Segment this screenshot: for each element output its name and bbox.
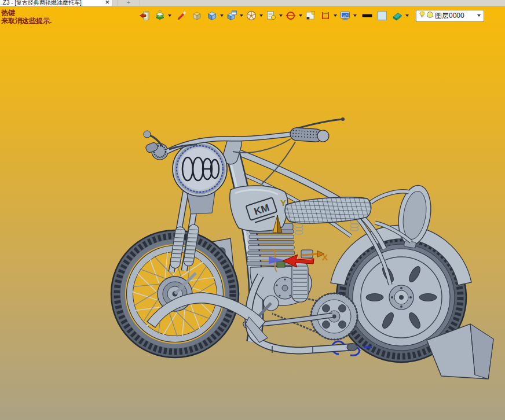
viewport[interactable]: KM Y X (0, 6, 505, 420)
axis-x-label: X (322, 252, 328, 262)
eraser-icon[interactable] (391, 10, 403, 21)
layers-dropdown-arrow-icon[interactable] (167, 10, 172, 21)
cube-display-dropdown-arrow-icon[interactable] (219, 10, 224, 21)
cube-window-icon[interactable] (226, 10, 237, 21)
render-document-icon[interactable] (265, 10, 277, 21)
hint-line-1: 热键 (1, 9, 52, 17)
rotate-view-dropdown-arrow-icon[interactable] (298, 10, 303, 21)
layer-combobox[interactable]: 图层0000 (416, 10, 484, 22)
rotate-view-icon[interactable] (285, 10, 297, 21)
measure-dropdown-arrow-icon[interactable] (332, 10, 338, 21)
toolbar: 图层0000 (139, 9, 484, 23)
wireframe-wheel-dropdown-arrow-icon[interactable] (258, 10, 264, 21)
layer-combobox-dropdown-arrow-icon[interactable] (475, 11, 482, 21)
right-grip (290, 127, 329, 143)
layer-bulb-icon (418, 10, 426, 21)
layer-combobox-value: 图层0000 (434, 11, 475, 21)
render-document-dropdown-arrow-icon[interactable] (278, 10, 283, 21)
axis-y-label: Y (280, 198, 286, 208)
display-monitor-icon[interactable] (339, 10, 351, 21)
sketch-pen-icon[interactable] (176, 10, 188, 21)
zw3d-window: .Z3 - [复古经典两轮燃油摩托车] ✕ + (0, 0, 505, 420)
hint-line-2: 来取消这些提示. (1, 17, 52, 25)
eraser-dropdown-arrow-icon[interactable] (404, 10, 409, 21)
layer-color-icon (426, 10, 434, 21)
model-canvas[interactable]: KM Y X (0, 0, 505, 420)
wireframe-wheel-icon[interactable] (246, 10, 257, 21)
line-width-icon[interactable] (361, 10, 373, 21)
color-swatch-icon[interactable] (376, 10, 388, 21)
solid-box-icon[interactable] (191, 10, 203, 21)
cube-window-dropdown-arrow-icon[interactable] (239, 10, 244, 21)
display-monitor-dropdown-arrow-icon[interactable] (352, 10, 357, 21)
cube-display-icon[interactable] (206, 10, 218, 21)
zoom-window-icon[interactable] (305, 10, 316, 21)
measure-icon[interactable] (320, 10, 331, 21)
hint-text: 热键 来取消这些提示. (1, 9, 52, 25)
exit-icon[interactable] (139, 10, 151, 21)
layers-icon[interactable] (154, 10, 166, 21)
finned-canister (292, 261, 308, 302)
